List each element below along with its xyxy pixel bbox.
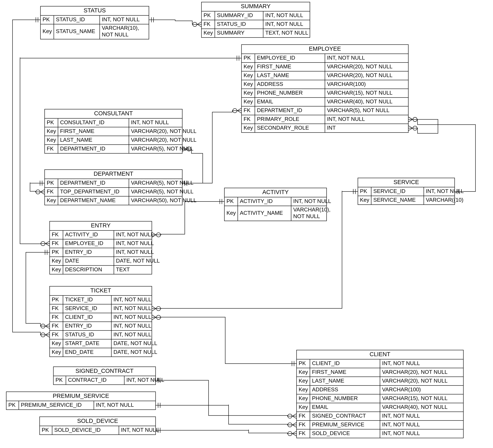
key-type: Key (47, 137, 56, 143)
column-name: DEPARTMENT_ID (60, 180, 105, 186)
svg-line-8 (45, 332, 50, 335)
column-type: VARCHAR(5), NOT NULL (131, 180, 193, 186)
column-name: SOLD_DEVICE_ID (54, 427, 101, 433)
key-type: PK (203, 12, 211, 18)
entity-summary: SUMMARYPKSUMMARY_IDINT, NOT NULLFKSTATUS… (202, 2, 310, 38)
column-type: DATE, NOT NULL (116, 258, 160, 264)
key-type: Key (244, 90, 253, 96)
column-name: PHONE_NUMBER (312, 395, 358, 401)
svg-line-54 (152, 309, 156, 311)
column-name: CONTRACT_ID (68, 377, 106, 383)
key-type: Key (203, 30, 213, 36)
key-type: FK (52, 323, 59, 329)
svg-line-64 (45, 324, 50, 326)
column-name: LAST_NAME (312, 378, 344, 384)
entity-title: CLIENT (370, 351, 390, 357)
entity-title: SERVICE (393, 179, 419, 185)
column-name: END_DATE (65, 349, 94, 355)
relationship-12 (156, 378, 297, 419)
column-name: EMPLOYEE_ID (65, 240, 103, 246)
svg-line-76 (292, 414, 297, 416)
column-type: VARCHAR(10), (102, 25, 139, 31)
column-type: INT, NOT NULL (96, 402, 134, 408)
column-type: VARCHAR(20), NOT NULL (382, 369, 448, 375)
column-name: STATUS_ID (217, 21, 246, 27)
key-type: FK (52, 314, 59, 320)
key-type: Key (244, 98, 253, 105)
entity-title: EMPLOYEE (309, 45, 341, 52)
svg-line-52 (152, 306, 156, 309)
key-type: PK (360, 188, 367, 194)
column-type: INT, NOT NULL (327, 55, 365, 61)
svg-line-40 (40, 190, 45, 192)
column-name: DATE (65, 258, 79, 264)
column-name: ADDRESS (312, 386, 338, 393)
svg-line-58 (408, 117, 413, 119)
column-name: LAST_NAME (257, 72, 289, 78)
column-name: DEPARTMENT_ID (60, 146, 105, 151)
svg-line-10 (45, 335, 50, 337)
relationship-1 (12, 17, 50, 337)
column-name: CONSULTANT_ID (60, 119, 104, 125)
column-type: INT, NOT NULL (382, 430, 420, 436)
key-type: FK (52, 231, 59, 237)
column-name: DEPARTMENT_NAME (60, 197, 115, 203)
key-type: Key (299, 369, 308, 375)
column-type: VARCHAR(100) (382, 386, 421, 393)
key-type: PK (52, 297, 59, 302)
column-name: CLIENT_ID (65, 314, 93, 320)
svg-line-88 (292, 431, 297, 434)
svg-line-4 (197, 24, 202, 27)
relationship-7 (152, 199, 224, 237)
entity-entry: ENTRYFKACTIVITY_IDINT, NOT NULLFKEMPLOYE… (50, 221, 160, 274)
entity-title: TICKET (90, 287, 111, 294)
column-type: VARCHAR(5), NOT NULL (131, 146, 193, 151)
svg-line-24 (408, 128, 413, 131)
entity-sold_device: SOLD_DEVICEPKSOLD_DEVICE_IDINT, NOT NULL (40, 417, 159, 435)
column-name: PHONE_NUMBER (257, 90, 303, 96)
column-type: INT, NOT NULL (382, 421, 420, 427)
key-type: Key (226, 210, 236, 216)
column-type: INT, NOT NULL (131, 119, 169, 125)
relationship-13 (156, 403, 297, 427)
entity-title: CONSULTANT (94, 110, 133, 117)
entity-title: SOLD_DEVICE (77, 417, 118, 424)
key-type: Key (244, 72, 253, 78)
column-type: INT, NOT NULL (126, 377, 164, 383)
relationship-10 (26, 250, 50, 329)
column-type: INT, NOT NULL (293, 198, 331, 204)
relationship-6 (30, 181, 45, 194)
column-type: INT, NOT NULL (113, 323, 151, 329)
entity-signed_contract: SIGNED_CONTRACTPKCONTRACT_IDINT, NOT NUL… (53, 367, 164, 385)
key-type: PK (52, 249, 59, 255)
column-type: VARCHAR(20), NOT NULL (327, 72, 392, 78)
column-name: ACTIVITY_ID (240, 198, 273, 204)
key-type: Key (244, 125, 253, 131)
column-type: VARCHAR(100) (327, 81, 366, 87)
column-name: STATUS_NAME (56, 28, 95, 34)
column-name: PRIMARY_ROLE (257, 116, 299, 122)
column-type: DATE, NOT NULL (113, 340, 157, 346)
entity-department: DEPARTMENTPKDEPARTMENT_IDVARCHAR(5), NOT… (45, 170, 196, 205)
key-type: Key (47, 128, 56, 134)
entity-premium_service: PREMIUM_SERVICEPKPREMIUM_SERVICE_IDINT, … (6, 392, 156, 410)
key-type: FK (299, 430, 306, 436)
column-type: VARCHAR(5), NOT NULL (131, 189, 193, 194)
column-type: INT, NOT NULL (116, 249, 154, 255)
column-type: INT, NOT NULL (113, 331, 151, 337)
svg-line-78 (292, 416, 297, 419)
column-name: SOLD_DEVICE (312, 430, 350, 436)
column-type: VARCHAR(40), NOT NULL (382, 404, 448, 410)
column-name: ENTRY_ID (65, 249, 92, 255)
column-type: VARCHAR(5), NOT NULL (327, 107, 389, 113)
key-type: FK (52, 331, 59, 337)
column-name: STATUS_ID (65, 331, 94, 337)
column-type: VARCHAR(15), NOT NULL (327, 90, 392, 96)
column-name: DESCRIPTION (65, 267, 102, 272)
entity-title: SUMMARY (241, 3, 270, 10)
column-name: SUMMARY_ID (217, 12, 253, 18)
column-type: VARCHAR(20), NOT NULL (131, 128, 196, 134)
column-type: INT, NOT NULL (265, 21, 303, 27)
relationship-14 (156, 428, 297, 436)
key-type: Key (52, 258, 61, 264)
